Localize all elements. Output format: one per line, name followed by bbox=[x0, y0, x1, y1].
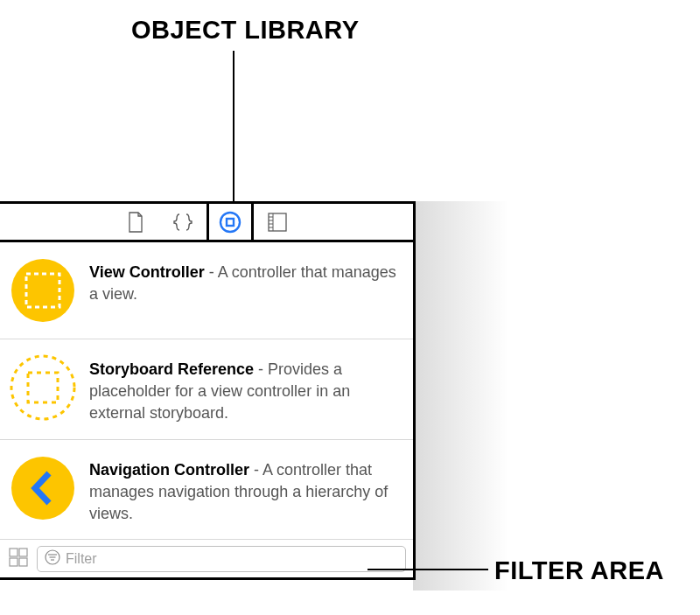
braces-icon bbox=[172, 213, 193, 232]
library-tab-bar bbox=[0, 204, 413, 242]
navigation-controller-icon bbox=[9, 454, 77, 522]
tab-media-library[interactable] bbox=[254, 204, 301, 240]
svg-point-10 bbox=[11, 356, 74, 419]
filter-bar bbox=[0, 539, 413, 577]
list-item-text: Storyboard Reference - Provides a placeh… bbox=[89, 353, 401, 425]
grid-view-toggle[interactable] bbox=[5, 546, 32, 572]
svg-rect-13 bbox=[10, 549, 18, 556]
svg-point-0 bbox=[220, 213, 240, 232]
tab-file-template[interactable] bbox=[112, 204, 159, 240]
svg-rect-14 bbox=[19, 549, 27, 556]
object-library-icon bbox=[219, 211, 242, 234]
svg-point-8 bbox=[11, 259, 74, 322]
list-item-text: Navigation Controller - A controller tha… bbox=[89, 454, 401, 526]
annotation-line-top bbox=[233, 51, 234, 201]
svg-rect-1 bbox=[227, 219, 234, 226]
svg-point-12 bbox=[11, 457, 74, 520]
svg-rect-2 bbox=[269, 213, 286, 231]
annotation-line-right bbox=[368, 569, 488, 570]
tab-object-library[interactable] bbox=[206, 204, 254, 240]
storyboard-reference-icon bbox=[9, 353, 77, 422]
list-item[interactable]: Storyboard Reference - Provides a placeh… bbox=[0, 339, 413, 440]
item-title: Navigation Controller bbox=[89, 461, 249, 479]
object-list: View Controller - A controller that mana… bbox=[0, 242, 413, 539]
filter-icon bbox=[45, 549, 60, 569]
view-controller-icon bbox=[9, 256, 77, 325]
annotation-object-library: OBJECT LIBRARY bbox=[131, 16, 360, 45]
svg-rect-16 bbox=[19, 558, 27, 566]
media-icon bbox=[268, 213, 287, 232]
list-item-text: View Controller - A controller that mana… bbox=[89, 256, 401, 305]
item-title: View Controller bbox=[89, 263, 205, 281]
grid-icon bbox=[9, 548, 28, 570]
filter-input[interactable] bbox=[66, 551, 398, 567]
svg-rect-11 bbox=[28, 373, 58, 402]
annotation-filter-area: FILTER AREA bbox=[494, 556, 664, 585]
list-item[interactable]: Navigation Controller - A controller tha… bbox=[0, 440, 413, 540]
item-title: Storyboard Reference bbox=[89, 360, 254, 378]
file-icon bbox=[127, 212, 144, 233]
list-item[interactable]: View Controller - A controller that mana… bbox=[0, 242, 413, 339]
filter-field-wrap bbox=[37, 546, 406, 572]
object-library-panel: View Controller - A controller that mana… bbox=[0, 201, 416, 580]
tab-code-snippets[interactable] bbox=[159, 204, 206, 240]
svg-rect-15 bbox=[10, 558, 18, 566]
side-shadow bbox=[413, 201, 509, 591]
